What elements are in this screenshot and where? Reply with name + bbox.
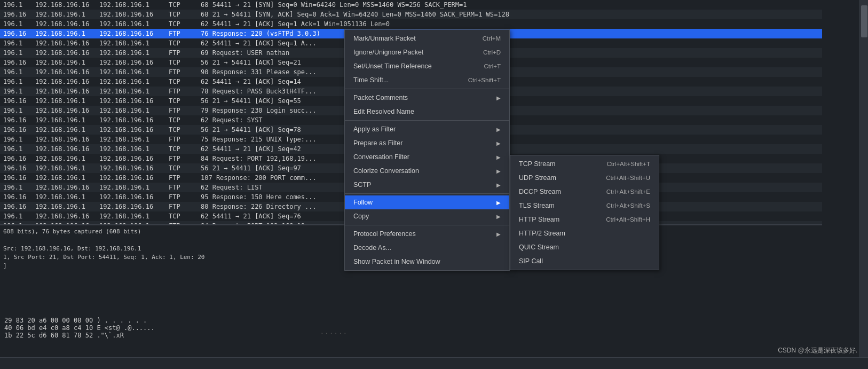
packet-no: 196.16 [0, 202, 32, 211]
packet-info: 78 Request: PASS Buck3tH4TF... [198, 87, 822, 96]
menu-item-label: Decode As... [353, 244, 391, 252]
submenu-item-label: UDP Stream [519, 174, 556, 182]
menu-item-colorize-conversation[interactable]: Colorize Conversation▶ [345, 164, 509, 178]
submenu-item-label: QUIC Stream [519, 244, 559, 251]
packet-info: 62 Request: SYST [198, 115, 822, 125]
packet-proto: TCP [165, 163, 198, 173]
menu-item-protocol-preferences[interactable]: Protocol Preferences▶ [345, 227, 509, 241]
menu-item-set-unset-time[interactable]: Set/Unset Time ReferenceCtrl+T [345, 59, 509, 73]
packet-no: 196.16 [0, 154, 32, 163]
menu-item-label: Ignore/Unignore Packet [353, 49, 423, 56]
table-row[interactable]: 196.1 192.168.196.16 192.168.196.1 TCP 6… [0, 0, 822, 10]
menu-item-time-shift[interactable]: Time Shift...Ctrl+Shift+T [345, 73, 509, 87]
table-row[interactable]: 196.16 192.168.196.1 192.168.196.16 TCP … [0, 10, 822, 19]
packet-proto: TCP [165, 115, 198, 125]
menu-item-label: Apply as Filter [353, 125, 396, 133]
submenu-arrow-icon: ▶ [496, 200, 501, 206]
packet-proto: FTP [165, 106, 198, 115]
menu-item-follow[interactable]: Follow▶ [345, 195, 509, 209]
submenu-item-label: HTTP Stream [519, 216, 559, 223]
packet-src: 192.168.196.1 [32, 154, 96, 163]
menu-item-packet-comments[interactable]: Packet Comments▶ [345, 91, 509, 105]
menu-item-label: Show Packet in New Window [353, 258, 440, 265]
menu-item-label: SCTP [353, 181, 371, 189]
menu-item-label: Time Shift... [353, 76, 389, 84]
packet-info: 79 Response: 230 Login succ... [198, 106, 822, 115]
packet-proto: TCP [165, 19, 198, 29]
hex-line: 29 83 20 a6 00 00 08 00 ) . . . . . . [4, 317, 818, 324]
scrollbar-thumb[interactable] [861, 5, 867, 37]
submenu-item-sip-call[interactable]: SIP Call [510, 254, 659, 268]
packet-dst: 192.168.196.1 [96, 48, 165, 58]
menu-item-decode-as[interactable]: Decode As... [345, 241, 509, 255]
packet-proto: TCP [165, 10, 198, 19]
packet-no: 196.16 [0, 10, 32, 19]
menu-item-prepare-as-filter[interactable]: Prepare as Filter▶ [345, 136, 509, 150]
watermark: CSDN @永远是深夜该多好. [778, 346, 857, 355]
packet-info: 62 54411 → 21 [ACK] Seq=42 [198, 144, 822, 154]
packet-proto: FTP [165, 87, 198, 96]
packet-dst: 192.168.196.16 [96, 10, 165, 19]
packet-proto: FTP [165, 48, 198, 58]
packet-dst: 192.168.196.1 [96, 211, 165, 221]
packet-info: 90 Response: 331 Please spe... [198, 67, 822, 77]
submenu-item-http-stream[interactable]: HTTP StreamCtrl+Alt+Shift+H [510, 213, 659, 226]
packet-src: 192.168.196.1 [32, 202, 96, 211]
packet-src: 192.168.196.1 [32, 163, 96, 173]
menu-item-sctp[interactable]: SCTP▶ [345, 178, 509, 192]
packet-proto: FTP [165, 173, 198, 183]
submenu-item-quic-stream[interactable]: QUIC Stream [510, 240, 659, 254]
menu-item-copy[interactable]: Copy▶ [345, 209, 509, 223]
menu-item-label: Prepare as Filter [353, 139, 403, 147]
menu-separator [345, 89, 509, 89]
packet-no: 196.1 [0, 67, 32, 77]
packet-dst: 192.168.196.1 [96, 87, 165, 96]
submenu-item-udp-stream[interactable]: UDP StreamCtrl+Alt+Shift+U [510, 171, 659, 185]
packet-dst: 192.168.196.16 [96, 154, 165, 163]
packet-proto: FTP [165, 29, 198, 38]
packet-dst: 192.168.196.1 [96, 106, 165, 115]
table-row[interactable]: 196.1 192.168.196.16 192.168.196.1 TCP 6… [0, 19, 822, 29]
menu-item-label: Edit Resolved Name [353, 108, 414, 115]
menu-item-label: Protocol Preferences [353, 230, 416, 238]
submenu-item-label: TLS Stream [519, 202, 555, 209]
menu-item-label: Follow [353, 199, 373, 206]
packet-dst: 192.168.196.16 [96, 29, 165, 38]
submenu-arrow-icon: ▶ [496, 140, 501, 146]
menu-item-show-packet-new-window[interactable]: Show Packet in New Window [345, 255, 509, 269]
submenu-item-shortcut: Ctrl+Alt+Shift+H [606, 216, 650, 223]
menu-item-edit-resolved-name[interactable]: Edit Resolved Name [345, 105, 509, 119]
packet-info: 56 21 → 54411 [ACK] Seq=21 [198, 58, 822, 67]
menu-item-conversation-filter[interactable]: Conversation Filter▶ [345, 150, 509, 164]
packet-info: 62 54411 → 21 [ACK] Seq=1 Ack=1 Win=1051… [198, 19, 822, 29]
submenu-item-dccp-stream[interactable]: DCCP StreamCtrl+Alt+Shift+E [510, 185, 659, 199]
menu-separator [345, 120, 509, 121]
packet-dst: 192.168.196.1 [96, 135, 165, 144]
packet-dst: 192.168.196.1 [96, 77, 165, 87]
packet-src: 192.168.196.16 [32, 19, 96, 29]
menu-item-apply-as-filter[interactable]: Apply as Filter▶ [345, 122, 509, 136]
scrollbar[interactable] [859, 0, 868, 369]
packet-proto: TCP [165, 38, 198, 48]
packet-src: 192.168.196.1 [32, 173, 96, 183]
submenu-item-label: DCCP Stream [519, 188, 561, 195]
packet-info: 75 Response: 215 UNIX Type:... [198, 135, 822, 144]
submenu-arrow-icon: ▶ [496, 231, 501, 237]
submenu-item-tls-stream[interactable]: TLS StreamCtrl+Alt+Shift+S [510, 199, 659, 213]
packet-proto: FTP [165, 192, 198, 202]
submenu-item-http2-stream[interactable]: HTTP/2 Stream [510, 226, 659, 240]
submenu-item-shortcut: Ctrl+Alt+Shift+U [606, 175, 650, 181]
menu-item-mark-unmark[interactable]: Mark/Unmark PacketCtrl+M [345, 32, 509, 45]
submenu-item-tcp-stream[interactable]: TCP StreamCtrl+Alt+Shift+T [510, 157, 659, 171]
hex-line: 40 06 bd e4 c0 a8 c4 10 E <st@ .@...... [4, 324, 818, 332]
packet-no: 196.1 [0, 106, 32, 115]
packet-no: 196.16 [0, 163, 32, 173]
packet-dst: 192.168.196.16 [96, 125, 165, 135]
packet-src: 192.168.196.16 [32, 106, 96, 115]
menu-item-ignore-unignore[interactable]: Ignore/Unignore PacketCtrl+D [345, 45, 509, 59]
hex-dump-area: 29 83 20 a6 00 00 08 00 ) . . . . . .40 … [0, 315, 822, 357]
packet-proto: TCP [165, 211, 198, 221]
submenu-arrow-icon: ▶ [496, 127, 501, 132]
packet-no: 196.1 [0, 87, 32, 96]
context-menu: Mark/Unmark PacketCtrl+MIgnore/Unignore … [344, 29, 510, 271]
